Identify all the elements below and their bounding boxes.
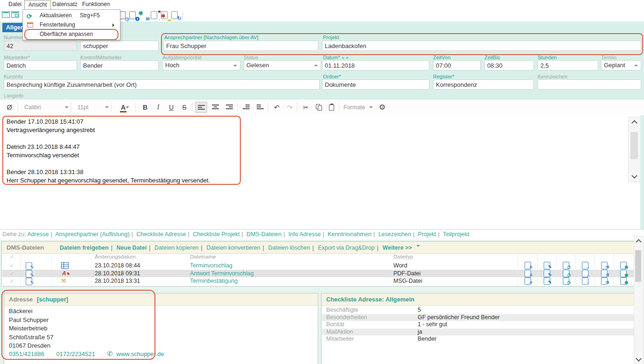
link-kenntnisnahmen[interactable]: Kenntnisnahmen bbox=[328, 231, 371, 238]
dms-action-kopieren[interactable]: Dateien kopieren bbox=[154, 245, 199, 251]
new-window-icon[interactable] bbox=[2, 11, 10, 18]
datum-input[interactable] bbox=[322, 60, 429, 70]
dms-row-terminbestaetigung[interactable]: ✓ ✎ ✉ 28.10.2018 13:31 Terminbestätigung… bbox=[2, 277, 634, 285]
move-file-icon[interactable]: → bbox=[575, 277, 595, 285]
dms-action-weitere[interactable]: Weitere >> bbox=[383, 245, 412, 251]
menu-datei[interactable]: Datei bbox=[5, 0, 25, 9]
link-checkliste-projekt[interactable]: Checkliste Projekt bbox=[193, 231, 239, 238]
scroll-down-icon[interactable] bbox=[631, 173, 637, 179]
record-info-icon[interactable]: i bbox=[128, 11, 139, 20]
lower-scrollbar[interactable] bbox=[634, 236, 644, 364]
projekt-input[interactable] bbox=[322, 41, 641, 51]
scroll-up-icon[interactable] bbox=[636, 239, 642, 245]
suchbegriff-input[interactable] bbox=[80, 41, 159, 51]
menu-datensatz[interactable]: Datensatz bbox=[49, 0, 81, 9]
menu-item-aktualisieren[interactable]: ⟳ Aktualisieren Strg+F5 bbox=[23, 11, 120, 20]
ordner-input[interactable] bbox=[322, 79, 429, 90]
link-projekt[interactable]: Projekt bbox=[418, 231, 436, 238]
edit-properties-icon[interactable]: ✎ bbox=[537, 270, 556, 277]
ansprechpartner-input[interactable] bbox=[163, 41, 318, 51]
link-dms-dateien[interactable]: DMS-Dateien bbox=[246, 231, 281, 238]
edit-properties-icon[interactable]: ✎ bbox=[537, 262, 556, 269]
rename-file-icon[interactable]: A bbox=[518, 262, 537, 269]
phone-link[interactable]: 0351/421886 bbox=[9, 350, 44, 357]
termin-select[interactable]: Geplant bbox=[601, 60, 641, 70]
register-input[interactable] bbox=[433, 79, 534, 90]
formats-dropdown[interactable]: Formate bbox=[342, 102, 375, 113]
zeitvon-input[interactable] bbox=[433, 60, 481, 70]
strikethrough-button[interactable]: S bbox=[178, 102, 190, 113]
bold-button[interactable]: B bbox=[139, 102, 151, 113]
dms-action-export[interactable]: Export via Drag&Drop bbox=[318, 245, 375, 251]
scrollbar-thumb[interactable] bbox=[630, 132, 638, 159]
copy-file-icon[interactable]: ⇉ bbox=[595, 277, 614, 285]
edit-properties-icon[interactable]: ✎ bbox=[537, 277, 556, 285]
menu-item-fensterteilung[interactable]: Fensterteilung bbox=[23, 20, 120, 29]
mitarbeiter-input[interactable] bbox=[4, 60, 77, 70]
move-file-icon[interactable]: → bbox=[575, 262, 595, 269]
dms-action-loeschen[interactable]: Dateien löschen bbox=[268, 245, 310, 251]
edit-file-icon[interactable]: ✎ bbox=[26, 262, 32, 270]
move-file-icon[interactable]: → bbox=[575, 270, 595, 277]
scrollbar-thumb[interactable] bbox=[635, 250, 641, 282]
menu-item-oberflaeche-anpassen[interactable]: Oberfläche anpassen bbox=[23, 29, 120, 39]
align-left-button[interactable] bbox=[195, 102, 207, 113]
link-lesezeichen[interactable]: Lesezeichen bbox=[378, 231, 411, 238]
preview-file-icon[interactable]: ◉ bbox=[614, 262, 633, 269]
settings-gear-button[interactable]: ⚙ bbox=[376, 102, 388, 113]
dms-action-neue-datei[interactable]: Neue Datei bbox=[117, 245, 147, 251]
file-history-icon[interactable]: ◷ bbox=[556, 277, 575, 285]
link-checkliste-adresse[interactable]: Checkliste Adresse bbox=[136, 231, 186, 238]
stunden-input[interactable] bbox=[538, 60, 598, 70]
outdent-button[interactable] bbox=[240, 102, 252, 113]
check-icon[interactable]: ✓ bbox=[10, 277, 14, 285]
editor-scrollbar[interactable] bbox=[628, 117, 641, 182]
kurzinfo-input[interactable] bbox=[4, 79, 320, 90]
copy-file-icon[interactable]: ⇉ bbox=[595, 270, 614, 277]
langinfo-editor[interactable]: Bender 17.10.2018 15:41:07 Vertragsverlä… bbox=[0, 115, 640, 229]
refresh-record-icon[interactable]: ↻ bbox=[170, 11, 181, 20]
clear-formatting-icon[interactable]: Ø bbox=[4, 102, 15, 113]
location-mail-icon[interactable]: ◉ ✉ bbox=[139, 11, 149, 20]
paste-button[interactable] bbox=[326, 102, 338, 113]
link-adresse[interactable]: Adresse bbox=[28, 231, 49, 238]
website-link[interactable]: www.schupper.de bbox=[117, 350, 164, 357]
file-history-icon[interactable]: ◷ bbox=[556, 262, 575, 269]
check-icon[interactable]: ✓ bbox=[10, 270, 14, 277]
font-family-select[interactable]: Calibri bbox=[21, 102, 71, 113]
link-teilprojekt[interactable]: Teilprojekt bbox=[443, 231, 469, 238]
copy-file-icon[interactable]: ⇉ bbox=[595, 262, 614, 269]
menu-ansicht[interactable]: Ansicht bbox=[24, 0, 51, 9]
aufgabenprioritaet-select[interactable]: Hoch bbox=[162, 60, 240, 70]
menu-funktionen[interactable]: Funktionen bbox=[78, 0, 113, 9]
font-size-select[interactable]: 11pt bbox=[75, 102, 111, 113]
scroll-down-icon[interactable] bbox=[636, 356, 642, 362]
file-name-link[interactable]: Terminvorschlag bbox=[190, 262, 232, 269]
font-color-button[interactable]: A bbox=[115, 102, 132, 113]
link-ansprechpartner-auflistung[interactable]: Ansprechpartner (Auflistung) bbox=[55, 231, 129, 238]
align-right-button[interactable] bbox=[223, 102, 235, 113]
link-info-adresse[interactable]: Info Adresse bbox=[288, 231, 321, 238]
delete-record-icon[interactable]: ✱ bbox=[160, 11, 170, 20]
redo-button[interactable]: ↷ bbox=[284, 102, 296, 113]
file-name-link[interactable]: Terminbestätigung bbox=[190, 277, 238, 285]
dms-row-antwort-terminvorschlag[interactable]: ✓ ✎ A✎ 28.10.2018 09:31 Antwort Terminvo… bbox=[2, 270, 634, 277]
status-select[interactable]: Gelesen bbox=[244, 60, 321, 70]
file-history-icon[interactable]: ◷ bbox=[556, 270, 575, 277]
move-record-icon[interactable]: → bbox=[150, 11, 160, 20]
dms-row-terminvorschlag[interactable]: ✓ ✎ 23.10.2018 08:44 Terminvorschlag Wor… bbox=[2, 262, 634, 269]
rename-file-icon[interactable]: A bbox=[518, 270, 537, 277]
align-center-button[interactable] bbox=[209, 102, 221, 113]
dms-action-freigeben[interactable]: Dateien freigeben bbox=[60, 245, 109, 251]
file-name-link[interactable]: Antwort Terminvorschlag bbox=[190, 270, 254, 277]
check-icon[interactable]: ✓ bbox=[10, 262, 14, 269]
cut-button[interactable]: ✂ bbox=[300, 102, 312, 113]
italic-button[interactable]: I bbox=[152, 102, 164, 113]
edit-file-icon[interactable]: ✎ bbox=[26, 278, 32, 286]
zeitbis-input[interactable] bbox=[484, 60, 534, 70]
edit-file-icon[interactable]: ✎ bbox=[26, 270, 32, 278]
indent-button[interactable] bbox=[254, 102, 266, 113]
copy-button[interactable] bbox=[313, 102, 325, 113]
undo-button[interactable]: ↶ bbox=[271, 102, 283, 113]
save-window-icon[interactable] bbox=[11, 11, 19, 18]
